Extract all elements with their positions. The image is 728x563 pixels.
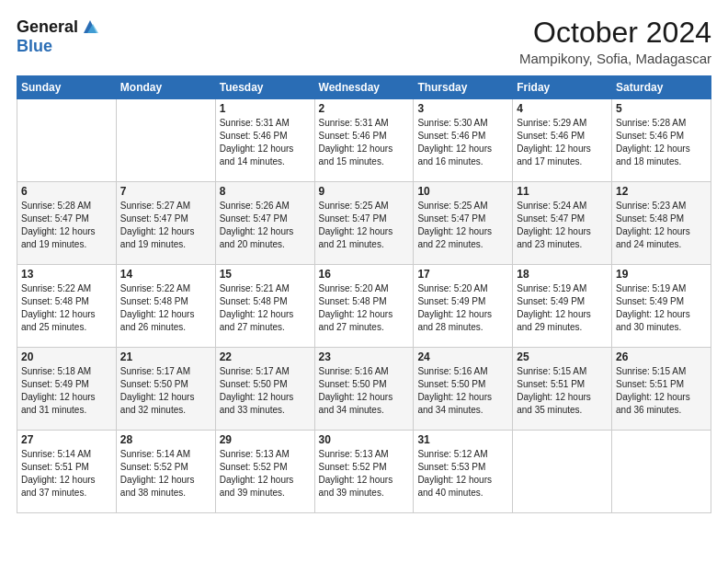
col-saturday: Saturday — [612, 76, 711, 99]
cell-info: Sunrise: 5:20 AMSunset: 5:48 PMDaylight:… — [319, 283, 393, 332]
col-monday: Monday — [116, 76, 215, 99]
day-number: 8 — [220, 185, 311, 198]
day-number: 12 — [616, 185, 707, 198]
day-number: 19 — [616, 268, 707, 281]
table-row: 13Sunrise: 5:22 AMSunset: 5:48 PMDayligh… — [17, 265, 117, 348]
table-row: 5Sunrise: 5:28 AMSunset: 5:46 PMDaylight… — [612, 99, 711, 182]
table-row: 24Sunrise: 5:16 AMSunset: 5:50 PMDayligh… — [414, 348, 513, 431]
cell-info: Sunrise: 5:19 AMSunset: 5:49 PMDaylight:… — [616, 283, 690, 332]
day-number: 13 — [21, 268, 112, 281]
table-row: 15Sunrise: 5:21 AMSunset: 5:48 PMDayligh… — [215, 265, 314, 348]
cell-info: Sunrise: 5:17 AMSunset: 5:50 PMDaylight:… — [120, 366, 195, 415]
day-number: 21 — [120, 350, 211, 363]
table-row: 3Sunrise: 5:30 AMSunset: 5:46 PMDaylight… — [414, 99, 513, 182]
cell-info: Sunrise: 5:28 AMSunset: 5:47 PMDaylight:… — [21, 201, 96, 249]
table-row: 17Sunrise: 5:20 AMSunset: 5:49 PMDayligh… — [414, 265, 513, 348]
cell-info: Sunrise: 5:14 AMSunset: 5:52 PMDaylight:… — [120, 449, 195, 498]
day-number: 3 — [417, 102, 508, 115]
logo-icon — [80, 17, 100, 37]
day-number: 7 — [120, 185, 211, 198]
day-number: 5 — [616, 102, 707, 115]
cell-info: Sunrise: 5:13 AMSunset: 5:52 PMDaylight:… — [319, 449, 393, 498]
day-number: 16 — [319, 268, 410, 281]
cell-info: Sunrise: 5:13 AMSunset: 5:52 PMDaylight:… — [220, 449, 294, 498]
day-number: 9 — [319, 185, 410, 198]
col-wednesday: Wednesday — [314, 76, 414, 99]
col-thursday: Thursday — [414, 76, 513, 99]
cell-info: Sunrise: 5:12 AMSunset: 5:53 PMDaylight:… — [417, 449, 492, 498]
table-row: 20Sunrise: 5:18 AMSunset: 5:49 PMDayligh… — [17, 348, 117, 431]
cell-info: Sunrise: 5:14 AMSunset: 5:51 PMDaylight:… — [21, 449, 96, 498]
col-friday: Friday — [513, 76, 612, 99]
calendar-header-row: Sunday Monday Tuesday Wednesday Thursday… — [17, 76, 711, 99]
logo: General Blue — [17, 17, 100, 56]
table-row: 10Sunrise: 5:25 AMSunset: 5:47 PMDayligh… — [414, 182, 513, 265]
day-number: 31 — [417, 433, 508, 446]
table-row: 1Sunrise: 5:31 AMSunset: 5:46 PMDaylight… — [215, 99, 314, 182]
table-row: 25Sunrise: 5:15 AMSunset: 5:51 PMDayligh… — [513, 348, 612, 431]
calendar-week-row: 27Sunrise: 5:14 AMSunset: 5:51 PMDayligh… — [17, 431, 711, 513]
day-number: 24 — [417, 350, 508, 363]
day-number: 22 — [220, 350, 311, 363]
cell-info: Sunrise: 5:25 AMSunset: 5:47 PMDaylight:… — [319, 201, 393, 249]
calendar-week-row: 20Sunrise: 5:18 AMSunset: 5:49 PMDayligh… — [17, 348, 711, 431]
table-row — [17, 99, 117, 182]
table-row: 7Sunrise: 5:27 AMSunset: 5:47 PMDaylight… — [116, 182, 215, 265]
cell-info: Sunrise: 5:31 AMSunset: 5:46 PMDaylight:… — [220, 118, 294, 167]
cell-info: Sunrise: 5:19 AMSunset: 5:49 PMDaylight:… — [517, 283, 591, 332]
day-number: 11 — [517, 185, 608, 198]
cell-info: Sunrise: 5:20 AMSunset: 5:49 PMDaylight:… — [417, 283, 492, 332]
cell-info: Sunrise: 5:28 AMSunset: 5:46 PMDaylight:… — [616, 118, 690, 167]
day-number: 15 — [220, 268, 311, 281]
cell-info: Sunrise: 5:29 AMSunset: 5:46 PMDaylight:… — [517, 118, 591, 167]
logo-blue: Blue — [17, 37, 52, 56]
table-row: 18Sunrise: 5:19 AMSunset: 5:49 PMDayligh… — [513, 265, 612, 348]
cell-info: Sunrise: 5:16 AMSunset: 5:50 PMDaylight:… — [319, 366, 393, 415]
table-row — [513, 431, 612, 513]
calendar-week-row: 1Sunrise: 5:31 AMSunset: 5:46 PMDaylight… — [17, 99, 711, 182]
cell-info: Sunrise: 5:26 AMSunset: 5:47 PMDaylight:… — [220, 201, 294, 249]
day-number: 26 — [616, 350, 707, 363]
day-number: 14 — [120, 268, 211, 281]
logo-general: General — [17, 17, 78, 37]
col-sunday: Sunday — [17, 76, 117, 99]
cell-info: Sunrise: 5:23 AMSunset: 5:48 PMDaylight:… — [616, 201, 690, 249]
day-number: 28 — [120, 433, 211, 446]
cell-info: Sunrise: 5:21 AMSunset: 5:48 PMDaylight:… — [220, 283, 294, 332]
day-number: 23 — [319, 350, 410, 363]
day-number: 18 — [517, 268, 608, 281]
table-row — [116, 99, 215, 182]
cell-info: Sunrise: 5:27 AMSunset: 5:47 PMDaylight:… — [120, 201, 195, 249]
cell-info: Sunrise: 5:24 AMSunset: 5:47 PMDaylight:… — [517, 201, 591, 249]
day-number: 25 — [517, 350, 608, 363]
table-row: 8Sunrise: 5:26 AMSunset: 5:47 PMDaylight… — [215, 182, 314, 265]
table-row: 23Sunrise: 5:16 AMSunset: 5:50 PMDayligh… — [314, 348, 414, 431]
table-row: 19Sunrise: 5:19 AMSunset: 5:49 PMDayligh… — [612, 265, 711, 348]
cell-info: Sunrise: 5:30 AMSunset: 5:46 PMDaylight:… — [417, 118, 492, 167]
table-row — [612, 431, 711, 513]
table-row: 30Sunrise: 5:13 AMSunset: 5:52 PMDayligh… — [314, 431, 414, 513]
table-row: 9Sunrise: 5:25 AMSunset: 5:47 PMDaylight… — [314, 182, 414, 265]
table-row: 4Sunrise: 5:29 AMSunset: 5:46 PMDaylight… — [513, 99, 612, 182]
table-row: 2Sunrise: 5:31 AMSunset: 5:46 PMDaylight… — [314, 99, 414, 182]
day-number: 29 — [220, 433, 311, 446]
table-row: 22Sunrise: 5:17 AMSunset: 5:50 PMDayligh… — [215, 348, 314, 431]
cell-info: Sunrise: 5:25 AMSunset: 5:47 PMDaylight:… — [417, 201, 492, 249]
table-row: 6Sunrise: 5:28 AMSunset: 5:47 PMDaylight… — [17, 182, 117, 265]
table-row: 16Sunrise: 5:20 AMSunset: 5:48 PMDayligh… — [314, 265, 414, 348]
table-row: 27Sunrise: 5:14 AMSunset: 5:51 PMDayligh… — [17, 431, 117, 513]
calendar-table: Sunday Monday Tuesday Wednesday Thursday… — [17, 75, 711, 513]
cell-info: Sunrise: 5:16 AMSunset: 5:50 PMDaylight:… — [417, 366, 492, 415]
main-title: October 2024 — [519, 17, 711, 49]
table-row: 12Sunrise: 5:23 AMSunset: 5:48 PMDayligh… — [612, 182, 711, 265]
day-number: 30 — [319, 433, 410, 446]
day-number: 20 — [21, 350, 112, 363]
table-row: 31Sunrise: 5:12 AMSunset: 5:53 PMDayligh… — [414, 431, 513, 513]
subtitle: Mampikony, Sofia, Madagascar — [519, 51, 711, 66]
calendar-week-row: 6Sunrise: 5:28 AMSunset: 5:47 PMDaylight… — [17, 182, 711, 265]
table-row: 26Sunrise: 5:15 AMSunset: 5:51 PMDayligh… — [612, 348, 711, 431]
cell-info: Sunrise: 5:31 AMSunset: 5:46 PMDaylight:… — [319, 118, 393, 167]
table-row: 14Sunrise: 5:22 AMSunset: 5:48 PMDayligh… — [116, 265, 215, 348]
day-number: 1 — [220, 102, 311, 115]
col-tuesday: Tuesday — [215, 76, 314, 99]
